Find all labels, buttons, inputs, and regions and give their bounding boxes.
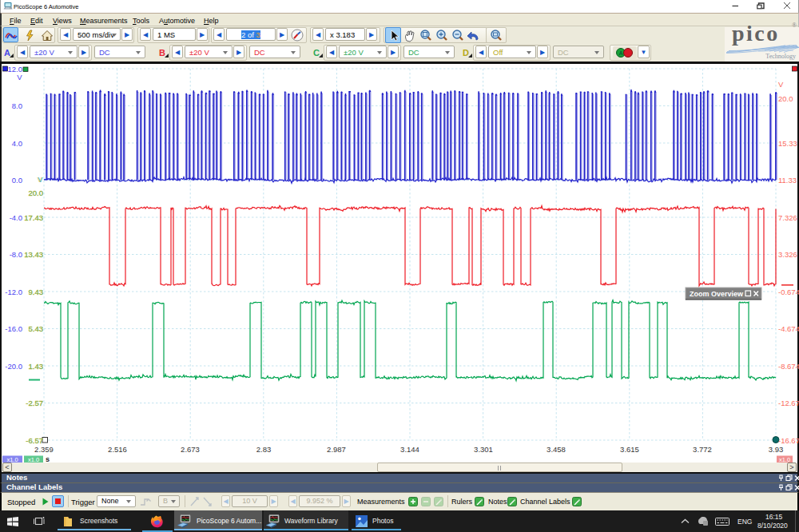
svg-text:V: V [37,176,42,184]
svg-text:-16.0: -16.0 [5,324,22,333]
svg-text:3.93: 3.93 [769,445,784,454]
svg-text:5.43: 5.43 [29,324,44,333]
svg-text:Zoom Overview: Zoom Overview [690,290,744,298]
svg-text:-4.0: -4.0 [10,213,22,222]
svg-text:-6.57: -6.57 [26,436,43,445]
svg-text:9.43: 9.43 [29,288,44,296]
svg-text:-12.67: -12.67 [778,399,799,407]
svg-text:3.458: 3.458 [547,445,566,454]
svg-text:V: V [778,80,784,89]
svg-text:V: V [17,73,22,81]
svg-text:20.0: 20.0 [778,94,793,103]
svg-text:1.43: 1.43 [29,362,44,371]
svg-text:-0.674: -0.674 [778,288,799,296]
svg-text:-16.67: -16.67 [778,436,799,445]
svg-text:2.516: 2.516 [108,445,127,454]
svg-text:17.43: 17.43 [24,213,43,222]
svg-text:-8.674: -8.674 [778,362,799,371]
svg-text:3.144: 3.144 [400,445,419,454]
svg-text:11.33: 11.33 [778,176,797,185]
svg-text:2.673: 2.673 [181,445,200,454]
svg-text:3.326: 3.326 [778,250,797,259]
svg-text:A: A [619,50,623,56]
svg-text:13.43: 13.43 [24,250,43,259]
svg-text:2.359: 2.359 [34,445,54,454]
svg-text:2.83: 2.83 [256,445,272,454]
svg-text:-2.57: -2.57 [26,399,43,407]
svg-text:3.772: 3.772 [693,445,712,454]
svg-text:15.33: 15.33 [778,139,797,148]
svg-text:-12.0: -12.0 [5,288,22,296]
svg-text:3.301: 3.301 [474,445,493,454]
svg-text:-4.674: -4.674 [778,324,799,333]
svg-text:-20.0: -20.0 [5,362,22,371]
svg-text:3.615: 3.615 [620,445,639,454]
svg-text:-8.0: -8.0 [10,250,22,259]
svg-text:20.0: 20.0 [29,189,44,197]
svg-text:4.0: 4.0 [12,139,22,148]
svg-text:7.326: 7.326 [778,213,797,222]
svg-text:8.0: 8.0 [12,101,22,110]
svg-text:2.987: 2.987 [327,445,346,454]
svg-text:0.0: 0.0 [12,176,22,185]
